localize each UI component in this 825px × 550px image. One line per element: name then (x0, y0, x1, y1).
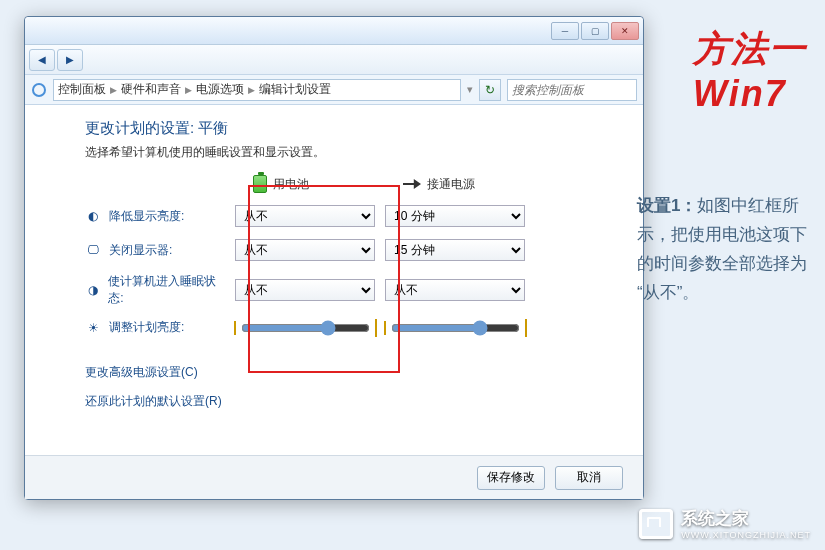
bottom-bar: 保存修改 取消 (25, 455, 643, 499)
annotation-title: 方法一 Win7 (693, 26, 807, 116)
settings-grid: 用电池 接通电源 ◐ 降低显示亮度: 从不 10 分钟 🖵 关闭显示器: 从不 … (85, 175, 623, 336)
toolbar: ◀ ▶ (25, 45, 643, 75)
column-header-plugged: 接通电源 (385, 176, 525, 193)
breadcrumb-item[interactable]: 编辑计划设置 (259, 81, 331, 98)
minimize-button[interactable]: ─ (551, 22, 579, 40)
row-sleep-label: ◑ 使计算机进入睡眠状态: (85, 273, 225, 307)
brightness-plugged-slider-wrap (385, 320, 525, 336)
close-button[interactable]: ✕ (611, 22, 639, 40)
search-input[interactable] (507, 79, 637, 101)
row-off-label: 🖵 关闭显示器: (85, 242, 225, 259)
titlebar: ─ ▢ ✕ (25, 17, 643, 45)
row-brightness-label: ☀ 调整计划亮度: (85, 319, 225, 336)
page-title: 更改计划的设置: 平衡 (85, 119, 623, 138)
refresh-button[interactable]: ↻ (479, 79, 501, 101)
plug-icon (403, 179, 421, 189)
breadcrumb-item[interactable]: 电源选项 (196, 81, 244, 98)
moon-icon: ◑ (85, 282, 100, 298)
sleep-plugged-select[interactable]: 从不 (385, 279, 525, 301)
annotation-text: 设置1：如图中红框所示，把使用电池这项下的时间参数全部选择为“从不”。 (637, 192, 807, 308)
sun-icon: ☀ (85, 320, 101, 336)
restore-defaults-link[interactable]: 还原此计划的默认设置(R) (85, 393, 623, 410)
dim-plugged-select[interactable]: 10 分钟 (385, 205, 525, 227)
brightness-plugged-slider[interactable] (391, 320, 520, 336)
watermark-logo-icon (639, 509, 673, 539)
off-plugged-select[interactable]: 15 分钟 (385, 239, 525, 261)
back-button[interactable]: ◀ (29, 49, 55, 71)
network-icon (31, 82, 47, 98)
dim-icon: ◐ (85, 208, 101, 224)
annotation-step: 设置1： (637, 196, 697, 215)
watermark-url: WWW.XITONGZHIJIA.NET (681, 530, 811, 540)
dropdown-arrow-icon[interactable]: ▾ (467, 83, 473, 96)
advanced-settings-link[interactable]: 更改高级电源设置(C) (85, 364, 623, 381)
cancel-button[interactable]: 取消 (555, 466, 623, 490)
address-bar-row: 控制面板▶ 硬件和声音▶ 电源选项▶ 编辑计划设置 ▾ ↻ (25, 75, 643, 105)
links-section: 更改高级电源设置(C) 还原此计划的默认设置(R) (85, 364, 623, 410)
watermark-name: 系统之家 (681, 509, 749, 528)
content-area: 更改计划的设置: 平衡 选择希望计算机使用的睡眠设置和显示设置。 用电池 接通电… (25, 105, 643, 432)
breadcrumb-item[interactable]: 硬件和声音 (121, 81, 181, 98)
row-dim-label: ◐ 降低显示亮度: (85, 208, 225, 225)
off-battery-select[interactable]: 从不 (235, 239, 375, 261)
watermark: 系统之家 WWW.XITONGZHIJIA.NET (639, 507, 811, 540)
maximize-button[interactable]: ▢ (581, 22, 609, 40)
page-subtitle: 选择希望计算机使用的睡眠设置和显示设置。 (85, 144, 623, 161)
monitor-icon: 🖵 (85, 242, 101, 258)
battery-icon (253, 175, 267, 193)
brightness-battery-slider-wrap (235, 320, 375, 336)
breadcrumb[interactable]: 控制面板▶ 硬件和声音▶ 电源选项▶ 编辑计划设置 (53, 79, 461, 101)
dim-battery-select[interactable]: 从不 (235, 205, 375, 227)
brightness-battery-slider[interactable] (241, 320, 370, 336)
column-header-battery: 用电池 (235, 175, 375, 193)
save-button[interactable]: 保存修改 (477, 466, 545, 490)
forward-button[interactable]: ▶ (57, 49, 83, 71)
sleep-battery-select[interactable]: 从不 (235, 279, 375, 301)
breadcrumb-item[interactable]: 控制面板 (58, 81, 106, 98)
control-panel-window: ─ ▢ ✕ ◀ ▶ 控制面板▶ 硬件和声音▶ 电源选项▶ 编辑计划设置 ▾ ↻ … (24, 16, 644, 500)
